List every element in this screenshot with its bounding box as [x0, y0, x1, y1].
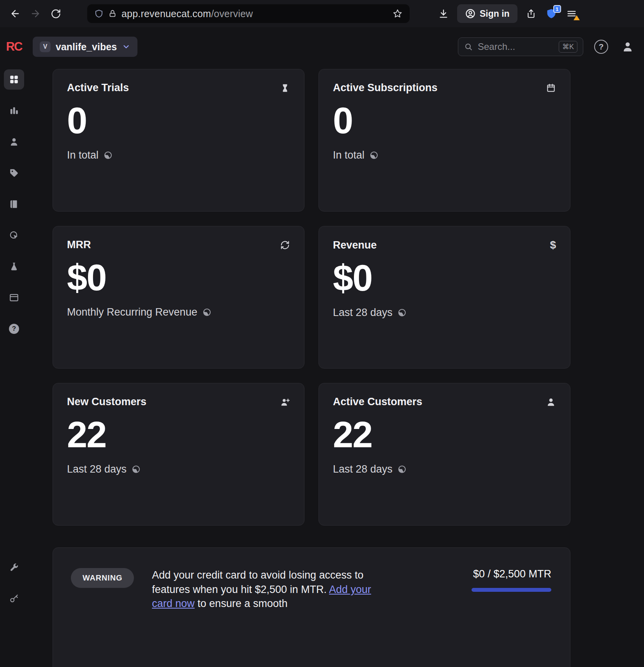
- share-button[interactable]: [522, 5, 540, 23]
- back-arrow-icon: [10, 8, 21, 19]
- project-name: vanlife_vibes: [56, 41, 117, 53]
- share-icon: [526, 9, 536, 19]
- tooltip-pie-icon[interactable]: [370, 152, 378, 159]
- project-selector[interactable]: V vanlife_vibes: [33, 37, 137, 57]
- overview-grid-icon: [9, 74, 19, 85]
- app-header: RC V vanlife_vibes ⌘K ?: [0, 27, 644, 66]
- dollar-icon: $: [550, 239, 556, 251]
- card-subtitle: In total: [67, 149, 99, 161]
- mtr-progress-bar: [472, 588, 551, 592]
- settings-wrench-icon: [9, 562, 19, 572]
- charts-bar-icon: [9, 106, 19, 116]
- sidebar-item-products[interactable]: [4, 163, 24, 183]
- overview-page: Active Trials 0 In total Active Subscrip…: [28, 66, 644, 667]
- search-shortcut-badge: ⌘K: [559, 41, 577, 53]
- warning-text-after: to ensure a smooth: [195, 598, 288, 609]
- back-button[interactable]: [6, 5, 24, 23]
- project-initial-badge: V: [40, 41, 51, 52]
- mtr-progress-fill: [472, 588, 551, 592]
- user-icon: [546, 397, 556, 407]
- revenuecat-logo[interactable]: RC: [0, 40, 28, 54]
- card-value: 0: [333, 102, 556, 139]
- browser-menu-button[interactable]: [563, 5, 581, 23]
- docs-book-icon: [9, 199, 19, 209]
- sign-in-label: Sign in: [480, 9, 510, 19]
- reload-icon: [51, 9, 61, 19]
- extension-badge: 1: [553, 5, 561, 13]
- browser-toolbar: app.revenuecat.com/overview Sign in 1: [0, 0, 644, 27]
- user-plus-icon: [280, 397, 290, 407]
- card-subtitle: Last 28 days: [333, 463, 392, 475]
- card-title: Active Trials: [67, 82, 129, 94]
- sidebar-item-help[interactable]: ?: [4, 319, 24, 339]
- hourglass-icon: [280, 83, 290, 93]
- forward-button[interactable]: [26, 5, 44, 23]
- sidebar-item-experiments[interactable]: [4, 256, 24, 277]
- card-subtitle: Last 28 days: [333, 307, 392, 319]
- recurring-icon: [280, 240, 290, 250]
- address-bar[interactable]: app.revenuecat.com/overview: [87, 4, 410, 23]
- sidebar-item-customers[interactable]: [4, 132, 24, 152]
- paywalls-window-icon: [9, 293, 19, 303]
- download-icon: [438, 8, 449, 19]
- search-icon: [464, 42, 473, 51]
- extension-shield-button[interactable]: 1: [542, 5, 560, 23]
- sidebar-item-overview[interactable]: [4, 69, 24, 90]
- tooltip-pie-icon[interactable]: [398, 466, 406, 473]
- avatar-person-icon: [621, 41, 634, 53]
- help-glyph: ?: [599, 42, 604, 51]
- metric-card-new-customers: New Customers 22 Last 28 days: [53, 383, 304, 526]
- search-input[interactable]: [478, 41, 554, 52]
- lock-icon[interactable]: [108, 9, 117, 18]
- sign-in-button[interactable]: Sign in: [457, 4, 517, 23]
- tooltip-pie-icon[interactable]: [104, 152, 112, 159]
- url-domain: app.revenuecat.com: [121, 8, 211, 19]
- sidebar-item-targeting[interactable]: [4, 225, 24, 245]
- sidebar-item-charts[interactable]: [4, 101, 24, 121]
- card-value: 22: [67, 416, 290, 453]
- star-icon: [392, 9, 403, 19]
- customers-person-icon: [9, 137, 19, 147]
- card-title: MRR: [67, 239, 91, 251]
- tooltip-pie-icon[interactable]: [398, 309, 406, 316]
- api-keys-key-icon: [9, 593, 19, 603]
- account-menu-button[interactable]: [621, 41, 634, 53]
- url-path: /overview: [211, 8, 253, 19]
- reload-button[interactable]: [47, 5, 65, 23]
- mtr-usage-label: $0 / $2,500 MTR: [472, 568, 551, 580]
- help-button[interactable]: ?: [594, 40, 608, 54]
- warning-message: Add your credit card to avoid losing acc…: [152, 568, 382, 611]
- help-circle-glyph: ?: [12, 325, 16, 333]
- url-text: app.revenuecat.com/overview: [121, 8, 253, 19]
- experiments-flask-icon: [9, 261, 19, 272]
- metric-card-revenue: Revenue $ $0 Last 28 days: [318, 226, 570, 369]
- downloads-button[interactable]: [435, 5, 452, 23]
- targeting-click-icon: [9, 230, 19, 240]
- search-box[interactable]: ⌘K: [458, 37, 583, 56]
- card-title: Active Subscriptions: [333, 82, 438, 94]
- card-subtitle: Monthly Recurring Revenue: [67, 306, 197, 318]
- metric-cards-grid: Active Trials 0 In total Active Subscrip…: [53, 69, 570, 526]
- card-subtitle: In total: [333, 149, 364, 161]
- tracking-shield-icon[interactable]: [94, 9, 104, 18]
- sidebar-item-paywalls[interactable]: [4, 288, 24, 308]
- tooltip-pie-icon[interactable]: [132, 466, 140, 473]
- help-circle-icon: ?: [9, 324, 19, 334]
- sidebar: ?: [0, 66, 28, 667]
- card-value: 22: [333, 416, 556, 453]
- calendar-icon: [546, 83, 556, 93]
- metric-card-active-subscriptions: Active Subscriptions 0 In total: [318, 69, 570, 212]
- card-subtitle: Last 28 days: [67, 463, 127, 475]
- forward-arrow-icon: [30, 8, 41, 19]
- account-circle-icon: [465, 8, 476, 19]
- metric-card-mrr: MRR $0 Monthly Recurring Revenue: [53, 226, 304, 369]
- sidebar-item-settings[interactable]: [4, 557, 24, 577]
- sidebar-item-docs[interactable]: [4, 194, 24, 214]
- chevron-down-icon: [122, 42, 130, 51]
- bookmark-star-button[interactable]: [392, 9, 403, 19]
- card-title: New Customers: [67, 396, 146, 408]
- sidebar-item-api-keys[interactable]: [4, 588, 24, 609]
- card-value: 0: [67, 102, 290, 139]
- card-title: Active Customers: [333, 396, 422, 408]
- tooltip-pie-icon[interactable]: [203, 309, 211, 316]
